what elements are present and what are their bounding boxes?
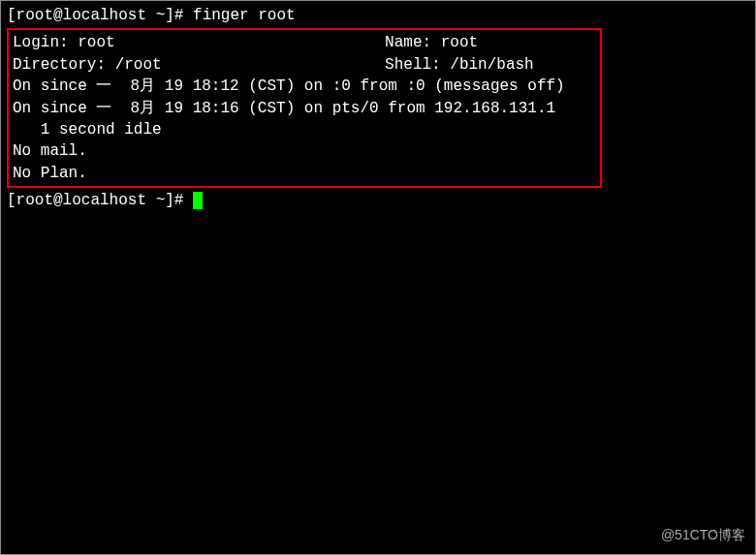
name-value: root <box>441 34 478 51</box>
watermark: @51CTO博客 <box>661 527 745 544</box>
spacer <box>115 34 385 51</box>
shell-value: /bin/bash <box>450 56 533 74</box>
spacer <box>162 56 385 74</box>
command-line: [root@localhost ~]# finger root <box>7 5 749 26</box>
shell-label: Shell: <box>385 56 450 74</box>
name-label: Name: <box>385 34 441 51</box>
directory-label: Directory: <box>13 56 115 74</box>
session-line-1: On since 一 8月 19 18:12 (CST) on :0 from … <box>11 76 598 97</box>
noplan-line: No Plan. <box>11 163 598 184</box>
nomail-line: No mail. <box>11 140 598 162</box>
terminal-window[interactable]: [root@localhost ~]# finger root Login: r… <box>1 1 755 216</box>
prompt-line[interactable]: [root@localhost ~]# <box>7 190 749 211</box>
login-label: Login: <box>13 34 78 51</box>
shell-prompt: [root@localhost ~]# <box>7 192 193 209</box>
directory-value: /root <box>115 56 162 74</box>
idle-line: 1 second idle <box>11 119 598 140</box>
output-highlight-box: Login: root Name: root Directory: /root … <box>7 28 602 188</box>
login-line: Login: root Name: root <box>11 32 598 53</box>
shell-prompt: [root@localhost ~]# <box>7 7 193 24</box>
cursor <box>193 192 203 209</box>
session-line-2: On since 一 8月 19 18:16 (CST) on pts/0 fr… <box>11 98 598 119</box>
command-text: finger root <box>193 7 296 24</box>
login-value: root <box>78 34 114 51</box>
directory-line: Directory: /root Shell: /bin/bash <box>11 54 598 76</box>
